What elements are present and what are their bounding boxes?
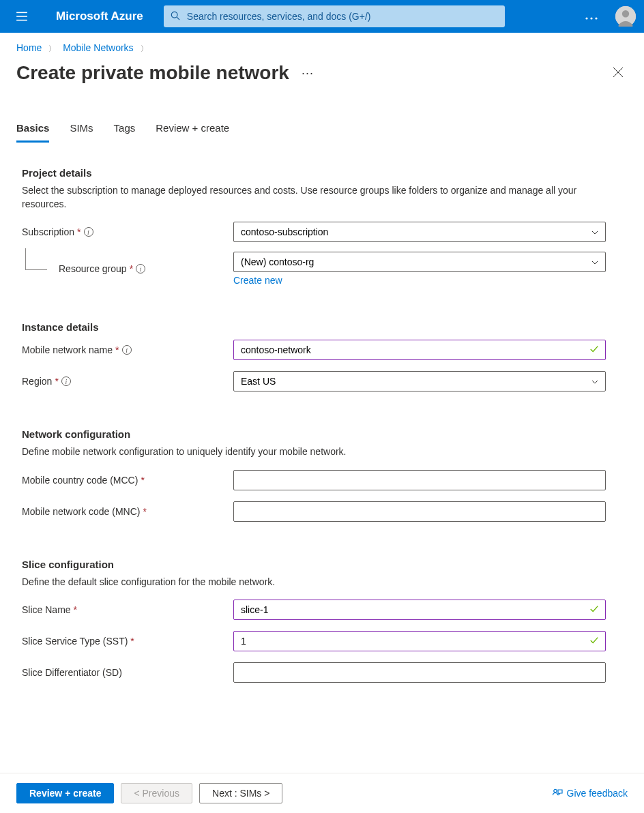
check-icon [589,344,599,356]
tab-sims[interactable]: SIMs [70,118,93,143]
close-icon [613,67,624,78]
chevron-right-icon: 〉 [141,44,148,54]
required-marker: * [141,475,144,486]
label-resource-group: Resource group * i [22,263,233,274]
required-marker: * [74,604,77,615]
ellipsis-icon [585,17,598,20]
search-input[interactable] [164,5,505,27]
tabs: Basics SIMs Tags Review + create [0,98,644,143]
top-header: Microsoft Azure [0,0,644,33]
info-icon[interactable]: i [84,227,93,237]
svg-point-6 [590,17,592,19]
input-network-name[interactable] [233,340,606,360]
label-slice-sst: Slice Service Type (SST) * [22,636,233,647]
section-desc-project: Select the subscription to manage deploy… [22,184,581,211]
required-marker: * [55,376,58,387]
title-row: Create private mobile network ··· [0,58,644,98]
section-header-project: Project details [22,167,622,179]
required-marker: * [130,636,134,647]
section-desc-network: Define mobile network configuration to u… [22,445,581,459]
label-mnc: Mobile network code (MNC) * [22,506,233,517]
tree-line [25,248,47,270]
input-slice-name[interactable] [233,600,606,620]
label-slice-sd: Slice Differentiator (SD) [22,667,233,678]
breadcrumb-mobile-networks[interactable]: Mobile Networks [63,42,133,53]
label-subscription: Subscription * i [22,226,233,237]
person-icon [615,6,636,27]
required-marker: * [143,506,147,517]
tab-basics[interactable]: Basics [16,118,49,143]
check-icon [589,636,599,647]
breadcrumb-home[interactable]: Home [16,42,42,53]
user-avatar[interactable] [615,6,636,27]
tab-tags[interactable]: Tags [114,118,136,143]
section-desc-slice: Define the default slice configuration f… [22,576,581,589]
link-create-new-rg[interactable]: Create new [233,275,282,286]
input-slice-sd[interactable] [233,662,606,683]
required-marker: * [115,344,119,355]
select-subscription[interactable] [233,222,606,242]
required-marker: * [130,263,133,274]
breadcrumb: Home 〉 Mobile Networks 〉 [0,33,644,58]
hamburger-icon [16,10,28,23]
select-region[interactable] [233,371,606,391]
svg-point-3 [171,12,177,18]
required-marker: * [77,226,80,237]
check-icon [589,604,599,616]
svg-point-7 [595,17,597,19]
tab-review-create[interactable]: Review + create [156,118,229,143]
input-mcc[interactable] [233,470,606,490]
input-slice-sst[interactable] [233,631,606,651]
svg-point-5 [585,17,587,19]
search-icon [171,11,180,23]
title-more-button[interactable]: ··· [302,66,314,80]
section-header-slice: Slice configuration [22,559,622,570]
label-region: Region * i [22,376,233,387]
header-more-button[interactable] [580,5,603,27]
section-header-network: Network configuration [22,428,622,440]
label-network-name: Mobile network name * i [22,344,233,355]
input-mnc[interactable] [233,501,606,522]
search-box [164,5,505,27]
info-icon[interactable]: i [136,264,145,274]
info-icon[interactable]: i [61,376,71,386]
label-mcc: Mobile country code (MCC) * [22,475,233,486]
close-button[interactable] [609,63,628,84]
hamburger-menu-button[interactable] [8,3,35,30]
chevron-right-icon: 〉 [48,44,56,54]
brand-label[interactable]: Microsoft Azure [56,10,143,23]
svg-line-4 [177,17,179,20]
svg-point-9 [622,10,629,17]
select-resource-group[interactable] [233,252,606,272]
section-header-instance: Instance details [22,321,622,333]
page-title: Create private mobile network [16,62,289,84]
info-icon[interactable]: i [122,345,132,355]
label-slice-name: Slice Name * [22,604,233,615]
